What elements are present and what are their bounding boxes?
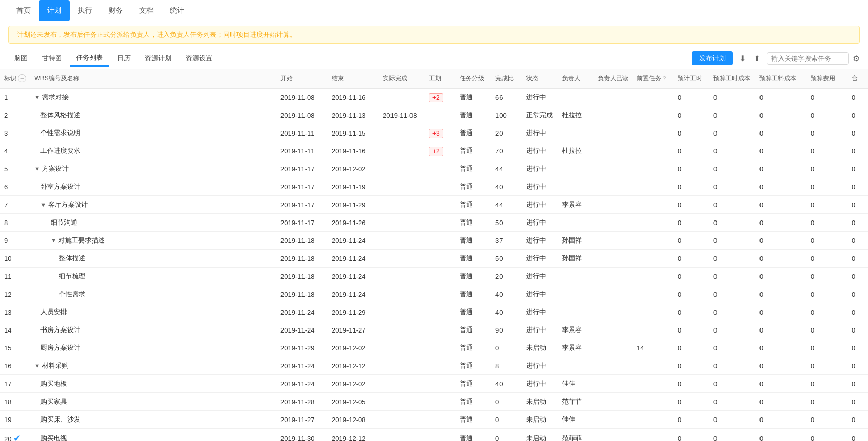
cell-budget-fee: 0 bbox=[807, 142, 848, 160]
cell-progress: 37 bbox=[491, 232, 522, 250]
cell-budget-fee: 0 bbox=[807, 106, 848, 124]
cell-owner bbox=[558, 357, 594, 375]
cell-total: 0 bbox=[848, 89, 868, 106]
download-icon[interactable]: ⬇ bbox=[737, 52, 748, 65]
cell-end: 2019-12-12 bbox=[328, 357, 379, 375]
cell-budget-time: 0 bbox=[709, 411, 755, 429]
collapse-all-icon[interactable]: − bbox=[18, 74, 26, 82]
cell-read bbox=[594, 232, 633, 250]
cell-end: 2019-11-16 bbox=[328, 142, 379, 160]
cell-progress: 100 bbox=[491, 106, 522, 124]
cell-budget-fee: 0 bbox=[807, 196, 848, 214]
expand-arrow-icon[interactable]: ▼ bbox=[34, 166, 40, 172]
cell-actual bbox=[379, 429, 425, 442]
cell-name: ▼材料采购 bbox=[30, 357, 276, 375]
cell-progress: 44 bbox=[491, 160, 522, 178]
cell-owner: 杜拉拉 bbox=[558, 106, 594, 124]
cell-name: 细节沟通 bbox=[30, 214, 276, 232]
table-row: 4 工作进度要求 2019-11-11 2019-11-16 +2 普通 70 … bbox=[0, 142, 868, 160]
cell-budget-labor: 0 bbox=[755, 160, 807, 178]
expand-arrow-icon[interactable]: ▼ bbox=[40, 202, 46, 208]
cell-status: 进行中 bbox=[522, 178, 558, 196]
cell-est-time: 0 bbox=[674, 124, 709, 142]
cell-end: 2019-12-12 bbox=[328, 429, 379, 442]
cell-priority: 普通 bbox=[455, 339, 491, 357]
cell-name: 购买电视 bbox=[30, 429, 276, 442]
cell-pre bbox=[633, 393, 674, 411]
cell-budget-labor: 0 bbox=[755, 142, 807, 160]
col-header-budget-fee: 预算费用 bbox=[807, 69, 848, 89]
expand-arrow-icon[interactable]: ▼ bbox=[51, 237, 56, 244]
sub-nav-resource-plan[interactable]: 资源计划 bbox=[139, 51, 178, 66]
cell-start: 2019-11-27 bbox=[276, 411, 328, 429]
cell-start: 2019-11-08 bbox=[276, 89, 328, 106]
sub-nav-tasklist[interactable]: 任务列表 bbox=[70, 50, 109, 67]
cell-budget-labor: 0 bbox=[755, 357, 807, 375]
cell-budget-fee: 0 bbox=[807, 321, 848, 339]
cell-actual bbox=[379, 89, 425, 106]
upload-icon[interactable]: ⬆ bbox=[752, 52, 763, 65]
cell-status: 进行中 bbox=[522, 303, 558, 321]
cell-budget-labor: 0 bbox=[755, 124, 807, 142]
cell-duration bbox=[425, 357, 455, 375]
cell-actual bbox=[379, 285, 425, 303]
cell-duration bbox=[425, 250, 455, 268]
sub-nav-resource-settings[interactable]: 资源设置 bbox=[180, 51, 219, 66]
cell-est-time: 0 bbox=[674, 303, 709, 321]
cell-budget-time: 0 bbox=[709, 232, 755, 250]
cell-progress: 44 bbox=[491, 196, 522, 214]
cell-duration bbox=[425, 268, 455, 285]
settings-icon[interactable]: ⚙ bbox=[853, 54, 860, 63]
nav-execute[interactable]: 执行 bbox=[70, 0, 100, 21]
table-row: 17 购买地板 2019-11-24 2019-12-02 普通 40 进行中 … bbox=[0, 375, 868, 393]
cell-budget-time: 0 bbox=[709, 142, 755, 160]
task-name: 对施工要求描述 bbox=[58, 236, 105, 244]
cell-budget-time: 0 bbox=[709, 393, 755, 411]
cell-read bbox=[594, 250, 633, 268]
col-header-end: 结束 bbox=[328, 69, 379, 89]
cell-actual bbox=[379, 142, 425, 160]
cell-total: 0 bbox=[848, 160, 868, 178]
cell-end: 2019-11-24 bbox=[328, 285, 379, 303]
task-table: 标识 − WBS编号及名称 开始 结束 实际完成 工期 任务分级 完成比 状态 … bbox=[0, 69, 868, 441]
nav-plan[interactable]: 计划 bbox=[39, 0, 70, 21]
cell-status: 正常完成 bbox=[522, 106, 558, 124]
cell-name: 人员安排 bbox=[30, 303, 276, 321]
cell-pre bbox=[633, 375, 674, 393]
cell-budget-labor: 0 bbox=[755, 393, 807, 411]
cell-priority: 普通 bbox=[455, 124, 491, 142]
cell-start: 2019-11-11 bbox=[276, 142, 328, 160]
cell-status: 未启动 bbox=[522, 393, 558, 411]
cell-status: 进行中 bbox=[522, 285, 558, 303]
cell-owner bbox=[558, 303, 594, 321]
nav-home[interactable]: 首页 bbox=[8, 0, 39, 21]
cell-pre bbox=[633, 214, 674, 232]
table-row: 20 ✔ 购买电视 2019-11-30 2019-12-12 普通 0 未启动… bbox=[0, 429, 868, 442]
cell-id: 1 bbox=[0, 89, 30, 106]
sub-nav-gantt[interactable]: 甘特图 bbox=[36, 51, 68, 66]
task-name: 个性需求 bbox=[59, 290, 85, 298]
cell-end: 2019-11-24 bbox=[328, 268, 379, 285]
expand-arrow-icon[interactable]: ▼ bbox=[34, 363, 40, 369]
nav-finance[interactable]: 财务 bbox=[100, 0, 131, 21]
cell-budget-time: 0 bbox=[709, 160, 755, 178]
duration-overdue-tag: +2 bbox=[429, 147, 443, 156]
cell-duration bbox=[425, 411, 455, 429]
publish-button[interactable]: 发布计划 bbox=[692, 51, 733, 65]
cell-name: ▼对施工要求描述 bbox=[30, 232, 276, 250]
cell-budget-labor: 0 bbox=[755, 339, 807, 357]
sub-nav-calendar[interactable]: 日历 bbox=[111, 51, 137, 66]
nav-doc[interactable]: 文档 bbox=[131, 0, 162, 21]
expand-arrow-icon[interactable]: ▼ bbox=[34, 94, 40, 100]
cell-budget-fee: 0 bbox=[807, 268, 848, 285]
cell-budget-time: 0 bbox=[709, 196, 755, 214]
sub-nav-mind[interactable]: 脑图 bbox=[8, 51, 34, 66]
table-row: 5 ▼方案设计 2019-11-17 2019-12-02 普通 44 进行中 … bbox=[0, 160, 868, 178]
search-input[interactable] bbox=[767, 52, 849, 65]
task-name: 厨房方案设计 bbox=[40, 344, 80, 351]
checkmark-icon[interactable]: ✔ bbox=[13, 433, 21, 441]
nav-stats[interactable]: 统计 bbox=[162, 0, 192, 21]
cell-progress: 0 bbox=[491, 393, 522, 411]
cell-duration bbox=[425, 375, 455, 393]
cell-id: 13 bbox=[0, 303, 30, 321]
